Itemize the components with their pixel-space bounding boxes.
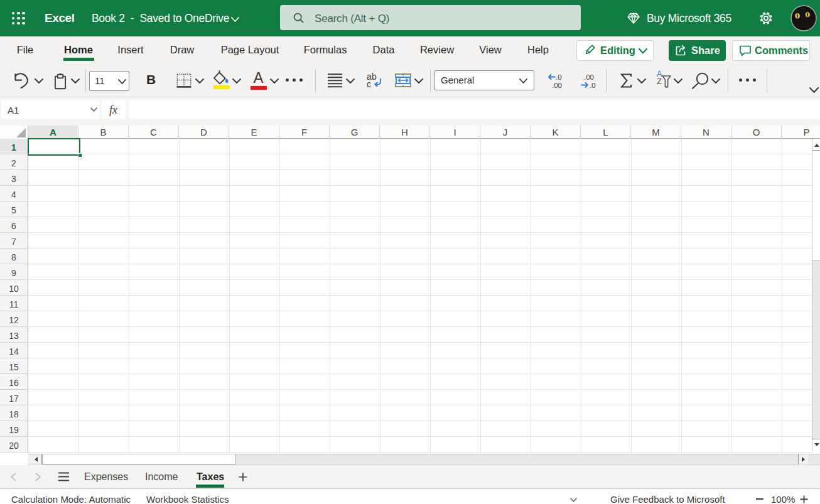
svg-text:.0: .0 <box>590 82 596 89</box>
svg-text:.00: .00 <box>584 73 594 81</box>
svg-text:.0: .0 <box>556 73 562 81</box>
svg-text:.00: .00 <box>552 82 562 89</box>
